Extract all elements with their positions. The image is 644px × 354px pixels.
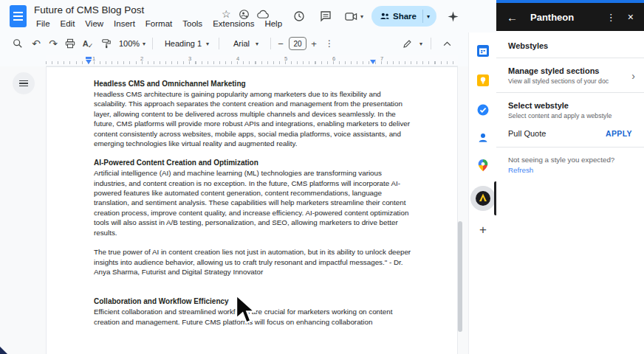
doc-quote-paragraph[interactable]: The true power of AI in content creation… [94,247,414,277]
ruler-number: 2 [140,55,143,62]
share-dropdown-caret-icon[interactable]: ▾ [427,13,430,20]
google-docs-logo-icon[interactable] [10,5,27,27]
menu-insert[interactable]: Insert [109,18,140,29]
apply-button[interactable]: APPLY [606,129,632,138]
doc-paragraph[interactable]: Headless CMS architecture is gaining pop… [94,89,414,148]
keep-icon[interactable] [476,74,490,87]
hide-menus-icon[interactable] [439,32,455,55]
panel-title: Pantheon [530,12,606,23]
doc-heading[interactable]: AI-Powered Content Creation and Optimiza… [94,158,414,167]
zoom-select[interactable]: 100%▾ [117,32,148,55]
menu-help[interactable]: Help [259,18,287,29]
ruler-ticks [46,61,458,64]
ruler-number: 5 [284,55,287,62]
panel-body: Webstyles Manage styled sections View al… [496,31,644,354]
maps-icon[interactable] [476,159,490,172]
meet-dropdown-caret-icon[interactable]: ▾ [360,13,363,20]
menu-extensions[interactable]: Extensions [208,18,259,29]
share-divider [422,10,423,23]
refresh-link[interactable]: Refresh [508,166,632,174]
style-row: Pull Quote APPLY [508,129,632,138]
mouse-cursor [233,294,258,326]
menu-tools[interactable]: Tools [177,18,208,29]
show-outline-icon[interactable] [13,72,35,94]
calendar-icon[interactable] [476,44,490,58]
toolbar: ↶ ↷ A✓ 100%▾ Heading 1▾ Arial▾ − 20 + ⋮ [0,32,468,55]
ruler-number: 4 [236,55,239,62]
select-webstyle-subtitle: Select content and apply a webstyle [508,112,632,119]
doc-paragraph[interactable]: Artificial intelligence (AI) and machine… [94,168,414,237]
menu-edit[interactable]: Edit [55,18,80,29]
spellcheck-icon[interactable]: A✓ [79,32,97,55]
panel-close-icon[interactable]: × [628,11,634,23]
pantheon-panel: ← Pantheon ⋮ × Webstyles Manage styled s… [496,0,644,354]
font-family-select[interactable]: Arial▾ [225,32,267,55]
left-indent-marker[interactable] [86,60,92,64]
google-docs-window: Future of CMS Blog Post ☆ File Edit View… [0,0,644,354]
ruler-number: 1 [92,55,95,62]
manage-styled-sections-row[interactable]: Manage styled sections View all styled s… [496,58,644,93]
footer-question: Not seeing a style you expected? [508,156,632,164]
comments-icon[interactable] [316,7,335,26]
doc-heading[interactable]: Headless CMS and Omnichannel Marketing [94,79,414,88]
first-line-indent-marker[interactable] [86,57,92,59]
ruler-number: 6 [332,55,335,62]
paint-format-icon[interactable] [97,32,115,55]
titlebar: Future of CMS Blog Post ☆ File Edit View… [0,0,496,32]
webstyles-section-header: Webstyles [496,31,644,58]
manage-subtitle: View all styled sections of your doc [508,77,632,85]
gemini-sparkle-icon[interactable] [443,7,462,26]
editing-mode-caret-icon[interactable]: ▾ [416,32,426,55]
ruler-number: 7 [380,55,383,62]
meet-video-icon[interactable] [341,7,360,26]
back-arrow-icon[interactable]: ← [507,11,521,24]
redo-icon[interactable]: ↷ [45,32,61,55]
tasks-icon[interactable] [476,103,490,117]
panel-overflow-icon[interactable]: ⋮ [606,12,616,23]
side-panel-rail: + [468,32,496,354]
share-people-icon [380,12,390,21]
menu-view[interactable]: View [80,18,109,29]
search-menus-icon[interactable] [9,32,27,55]
print-icon[interactable] [62,32,78,55]
paragraph-style-select[interactable]: Heading 1▾ [158,32,216,55]
menu-format[interactable]: Format [140,18,177,29]
cloud-saved-icon[interactable] [257,10,270,19]
font-size-field[interactable]: 20 [288,32,307,55]
toolbar-overflow-icon[interactable]: ⋮ [323,32,336,55]
document-title[interactable]: Future of CMS Blog Post [34,4,144,15]
select-webstyle-section: Select webstyle Select content and apply… [496,93,644,148]
version-history-icon[interactable] [290,7,309,26]
manage-title: Manage styled sections [508,66,632,75]
pantheon-addon-icon[interactable] [470,186,496,211]
menu-file[interactable]: File [31,18,55,29]
right-indent-marker[interactable] [370,60,376,64]
panel-footer: Not seeing a style you expected? Refresh [496,148,644,182]
editing-mode-pen-icon[interactable] [399,32,415,55]
menubar: File Edit View Insert Format Tools Exten… [31,18,287,29]
ruler-surface [46,55,458,66]
get-addons-plus-icon[interactable]: + [469,223,497,237]
horizontal-ruler[interactable]: 1 2 3 4 5 6 7 [0,55,468,66]
chevron-right-icon[interactable]: › [631,70,635,82]
document-scrollbar[interactable] [458,221,462,332]
corner-artifact [0,347,7,354]
webstyles-title: Webstyles [508,41,632,50]
panel-header: ← Pantheon ⋮ × [496,3,644,31]
ruler-number: 3 [188,55,191,62]
decrease-font-size-button[interactable]: − [274,32,287,55]
select-webstyle-title: Select webstyle [508,101,632,110]
increase-font-size-button[interactable]: + [307,32,321,55]
share-button[interactable]: Share ▾ [371,6,436,27]
style-name: Pull Quote [508,129,546,138]
contacts-icon[interactable] [476,131,490,145]
undo-icon[interactable]: ↶ [28,32,44,55]
share-button-label: Share [393,12,417,21]
